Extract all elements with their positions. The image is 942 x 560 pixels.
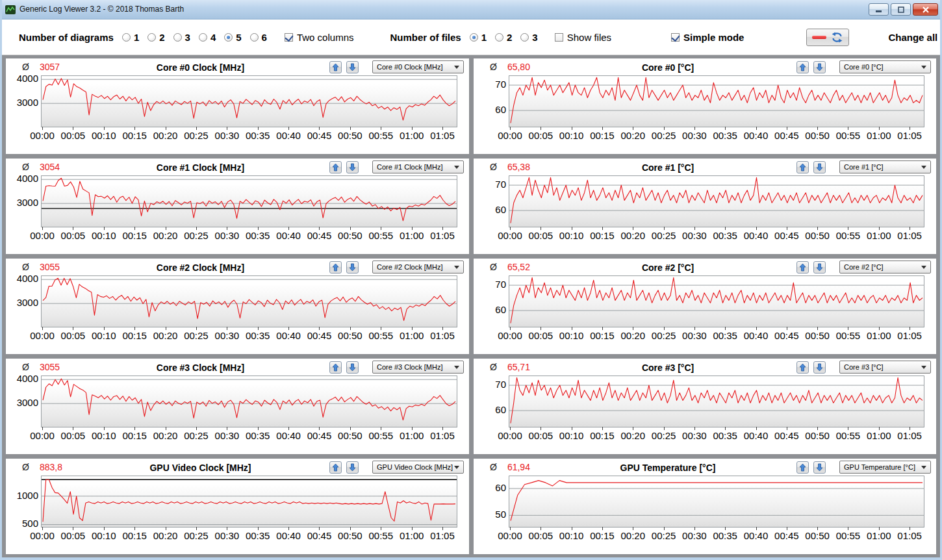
x-axis-tick-label: 00:45	[774, 130, 799, 141]
radio-button[interactable]	[250, 33, 259, 42]
x-axis-tick-label: 00:20	[620, 230, 645, 241]
two-columns-checkbox-box[interactable]	[285, 33, 293, 42]
x-axis-tick-label: 00:05	[529, 330, 554, 341]
move-down-button[interactable]	[346, 261, 359, 274]
radio-diagrams-3[interactable]: 3	[173, 32, 190, 43]
radio-button[interactable]	[470, 33, 478, 42]
x-axis-tick-label: 00:50	[805, 130, 830, 141]
x-axis-tick-label: 00:15	[590, 430, 615, 441]
x-axis-tick-label: 00:55	[836, 130, 861, 141]
x-axis-tick-label: 00:10	[92, 130, 116, 141]
move-up-button[interactable]	[329, 161, 342, 173]
move-up-button[interactable]	[329, 61, 342, 73]
red-line-refresh-button[interactable]	[806, 29, 849, 46]
metric-dropdown[interactable]: Core #3 [°C]	[839, 361, 931, 374]
y-axis-labels: 7060	[474, 175, 509, 227]
radio-button[interactable]	[495, 33, 503, 42]
average-symbol: Ø	[22, 462, 29, 472]
chart-panel: Ø 883,8 GPU Video Clock [MHz] GPU Video …	[6, 459, 469, 554]
x-axis-tick-label: 01:00	[400, 130, 424, 141]
metric-dropdown[interactable]: Core #3 Clock [MHz]	[372, 361, 464, 374]
x-axis-tick-label: 01:00	[867, 130, 891, 141]
move-down-button[interactable]	[346, 361, 359, 374]
simple-mode-checkbox-box[interactable]	[671, 33, 680, 42]
metric-dropdown[interactable]: Core #1 [°C]	[839, 160, 931, 173]
move-down-button[interactable]	[813, 261, 826, 274]
move-up-button[interactable]	[796, 461, 809, 474]
x-axis-tick-label: 00:20	[620, 130, 645, 141]
metric-dropdown[interactable]: GPU Video Clock [MHz]	[372, 461, 464, 474]
x-axis-tick-label: 00:00	[30, 330, 55, 341]
radio-diagrams-4[interactable]: 4	[199, 32, 216, 43]
move-down-button[interactable]	[346, 461, 359, 474]
y-axis-labels: 1000500	[6, 476, 41, 528]
move-down-button[interactable]	[813, 61, 826, 73]
move-up-button[interactable]	[329, 261, 342, 274]
refresh-icon	[831, 32, 843, 43]
simple-mode-checkbox[interactable]: Simple mode	[671, 32, 744, 43]
radio-diagrams-5[interactable]: 5	[224, 32, 241, 43]
move-up-button[interactable]	[796, 161, 809, 173]
radio-diagrams-2[interactable]: 2	[147, 32, 164, 43]
average-value: 3057	[40, 62, 60, 72]
window-title: Generic Log Viewer 3.2 - © 2018 Thomas B…	[19, 5, 867, 15]
x-axis-tick-label: 01:00	[867, 230, 891, 241]
move-up-button[interactable]	[329, 361, 342, 374]
move-down-button[interactable]	[346, 61, 359, 73]
move-down-button[interactable]	[813, 461, 826, 474]
metric-dropdown[interactable]: Core #2 [°C]	[839, 261, 931, 274]
chart-plot	[509, 476, 924, 528]
move-up-button[interactable]	[796, 61, 809, 73]
radio-diagrams-6[interactable]: 6	[250, 32, 267, 43]
move-down-button[interactable]	[813, 161, 826, 173]
radio-files-2[interactable]: 2	[495, 32, 512, 43]
close-button[interactable]	[913, 3, 938, 16]
dropdown-arrow-icon	[921, 66, 926, 69]
average-symbol: Ø	[490, 262, 497, 272]
metric-dropdown[interactable]: Core #1 Clock [MHz]	[372, 160, 464, 173]
x-axis-labels: 00:0000:0500:1000:1500:2000:2500:3000:35…	[509, 327, 924, 343]
metric-dropdown[interactable]: GPU Temperature [°C]	[839, 461, 931, 474]
metric-dropdown[interactable]: Core #2 Clock [MHz]	[372, 261, 464, 274]
x-axis-tick-label: 01:00	[867, 430, 891, 441]
move-down-button[interactable]	[346, 161, 359, 173]
move-up-button[interactable]	[329, 461, 342, 474]
move-up-button[interactable]	[796, 361, 809, 374]
radio-diagrams-1[interactable]: 1	[122, 32, 139, 43]
chart-panel: Ø 3054 Core #1 Clock [MHz] Core #1 Clock…	[6, 159, 469, 254]
app-icon	[5, 5, 16, 15]
radio-files-1[interactable]: 1	[470, 32, 487, 43]
minimize-button[interactable]	[869, 3, 889, 16]
dropdown-arrow-icon	[921, 166, 926, 169]
radio-button[interactable]	[173, 33, 182, 42]
x-axis-tick-label: 00:20	[153, 130, 178, 141]
two-columns-checkbox[interactable]: Two columns	[285, 32, 354, 43]
x-axis-tick-label: 00:05	[61, 430, 86, 441]
maximize-button[interactable]	[891, 3, 911, 16]
metric-dropdown[interactable]: Core #0 [°C]	[839, 60, 931, 73]
y-axis-tick-label: 4000	[17, 173, 38, 184]
x-axis-tick-label: 00:55	[368, 430, 393, 441]
metric-dropdown-value: Core #2 [°C]	[844, 263, 921, 271]
x-axis-tick-label: 00:05	[61, 230, 86, 241]
down-arrow-icon	[816, 163, 823, 172]
radio-button[interactable]	[520, 33, 529, 42]
x-axis-tick-label: 00:10	[92, 430, 116, 441]
metric-dropdown[interactable]: Core #0 Clock [MHz]	[372, 60, 464, 73]
show-files-checkbox-box[interactable]	[555, 33, 563, 42]
radio-files-3[interactable]: 3	[520, 32, 537, 43]
y-axis-tick-label: 4000	[17, 273, 38, 284]
show-files-checkbox[interactable]: Show files	[555, 32, 611, 43]
x-axis-tick-label: 00:55	[368, 230, 393, 241]
radio-button[interactable]	[147, 33, 156, 42]
radio-button[interactable]	[122, 33, 131, 42]
toolbar: Number of diagrams 123456 Two columns Nu…	[2, 19, 940, 55]
x-axis-tick-label: 00:00	[498, 430, 522, 441]
radio-button[interactable]	[199, 33, 207, 42]
radio-button[interactable]	[224, 33, 233, 42]
x-axis-labels: 00:0000:0500:1000:1500:2000:2500:3000:35…	[509, 127, 924, 143]
move-down-button[interactable]	[813, 361, 826, 374]
chart-title: GPU Video Clock [MHz]	[149, 463, 251, 473]
move-up-button[interactable]	[796, 261, 809, 274]
x-axis-tick-label: 00:50	[805, 430, 830, 441]
